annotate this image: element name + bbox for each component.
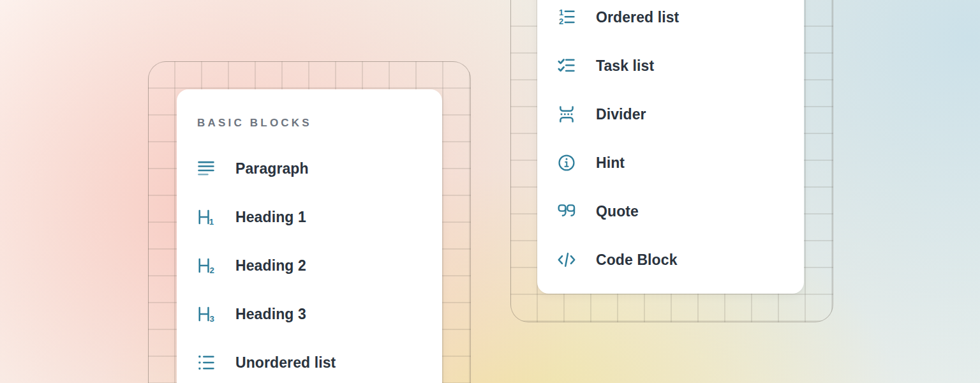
menu-item-label: Paragraph	[235, 160, 309, 177]
menu-item-task-list[interactable]: Task list	[537, 41, 804, 90]
menu-item-heading-3[interactable]: Heading 3	[177, 290, 442, 338]
menu-item-label: Heading 1	[235, 209, 306, 226]
menu-item-list: Ordered list Task list Divider Hint Quot…	[537, 0, 804, 284]
menu-item-hint[interactable]: Hint	[537, 139, 804, 187]
hint-icon	[556, 153, 577, 173]
unordered-list-icon	[196, 352, 216, 373]
menu-item-label: Divider	[596, 106, 646, 123]
heading-2-icon	[196, 255, 216, 276]
canvas: BASIC BLOCKS Paragraph Heading 1 Heading…	[0, 0, 980, 383]
menu-item-list: Paragraph Heading 1 Heading 2 Heading 3 …	[177, 144, 442, 383]
menu-item-heading-2[interactable]: Heading 2	[177, 241, 442, 290]
menu-item-label: Code Block	[596, 252, 678, 269]
quote-icon	[556, 201, 577, 222]
basic-blocks-menu: BASIC BLOCKS Paragraph Heading 1 Heading…	[177, 89, 442, 383]
heading-3-icon	[196, 304, 216, 324]
menu-item-label: Unordered list	[235, 354, 336, 372]
menu-item-paragraph[interactable]: Paragraph	[177, 144, 442, 193]
menu-item-label: Task list	[596, 57, 654, 75]
menu-item-ordered-list[interactable]: Ordered list	[537, 0, 804, 41]
code-block-icon	[556, 250, 577, 270]
menu-item-heading-1[interactable]: Heading 1	[177, 193, 442, 241]
blocks-menu-continued: Ordered list Task list Divider Hint Quot…	[537, 0, 804, 294]
ordered-list-icon	[556, 7, 577, 27]
menu-item-label: Heading 3	[235, 306, 306, 323]
menu-item-label: Hint	[596, 154, 625, 172]
menu-item-unordered-list[interactable]: Unordered list	[177, 338, 442, 383]
menu-item-label: Heading 2	[235, 257, 306, 274]
menu-item-label: Ordered list	[596, 9, 679, 26]
heading-1-icon	[196, 207, 216, 227]
task-list-icon	[556, 56, 577, 76]
menu-item-divider[interactable]: Divider	[537, 90, 804, 139]
section-label: BASIC BLOCKS	[177, 109, 442, 138]
menu-item-label: Quote	[596, 203, 639, 220]
divider-icon	[556, 104, 577, 124]
menu-item-quote[interactable]: Quote	[537, 187, 804, 236]
paragraph-icon	[196, 158, 216, 179]
menu-item-code-block[interactable]: Code Block	[537, 236, 804, 284]
